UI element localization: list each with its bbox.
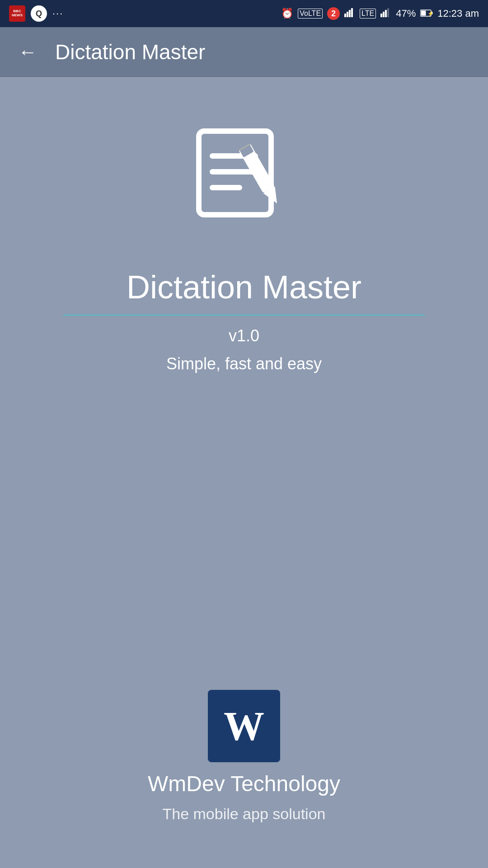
lte-icon: LTE — [360, 9, 376, 19]
app-icon-container — [185, 113, 303, 232]
svg-rect-4 — [380, 14, 382, 17]
svg-rect-1 — [347, 12, 348, 17]
back-button[interactable]: ← — [14, 37, 42, 67]
quora-icon: Q — [31, 5, 47, 22]
developer-logo-letter: W — [224, 703, 264, 750]
status-time: 12:23 am — [437, 8, 479, 19]
svg-rect-6 — [385, 10, 387, 17]
status-bar-left: BBCNEWS Q ··· — [9, 5, 63, 22]
app-bar-title: Dictation Master — [55, 40, 205, 64]
signal-bars-icon — [380, 7, 391, 20]
notification-badge: 2 — [327, 7, 340, 20]
battery-icon: ⚡ — [420, 8, 433, 19]
developer-logo: W — [208, 690, 280, 762]
alarm-icon: ⏰ — [281, 8, 293, 19]
main-content: Dictation Master v1.0 Simple, fast and e… — [0, 77, 488, 868]
svg-rect-7 — [387, 8, 389, 17]
battery-percent: 47% — [396, 8, 416, 19]
svg-text:⚡: ⚡ — [427, 10, 433, 17]
svg-rect-0 — [344, 14, 346, 17]
volte-icon: VoLTE — [298, 9, 323, 19]
app-bar: ← Dictation Master — [0, 27, 488, 77]
svg-rect-5 — [383, 12, 385, 17]
app-info: Dictation Master v1.0 Simple, fast and e… — [63, 269, 425, 373]
more-apps-icon: ··· — [52, 8, 63, 19]
dictation-master-icon — [185, 113, 303, 231]
signal-icon — [344, 7, 355, 20]
developer-tagline: The mobile app solution — [162, 805, 325, 823]
app-tagline: Simple, fast and easy — [166, 354, 322, 373]
svg-rect-10 — [421, 11, 426, 16]
svg-rect-2 — [349, 10, 351, 17]
divider — [63, 315, 425, 316]
status-bar: BBCNEWS Q ··· ⏰ VoLTE 2 LTE — [0, 0, 488, 27]
developer-name: WmDev Technology — [148, 771, 340, 796]
status-bar-right: ⏰ VoLTE 2 LTE 47% — [281, 7, 479, 20]
developer-section: W WmDev Technology The mobile app soluti… — [148, 690, 340, 841]
svg-rect-3 — [351, 8, 353, 17]
app-version: v1.0 — [229, 326, 259, 345]
bbc-news-icon: BBCNEWS — [9, 5, 25, 22]
app-name: Dictation Master — [127, 269, 361, 306]
